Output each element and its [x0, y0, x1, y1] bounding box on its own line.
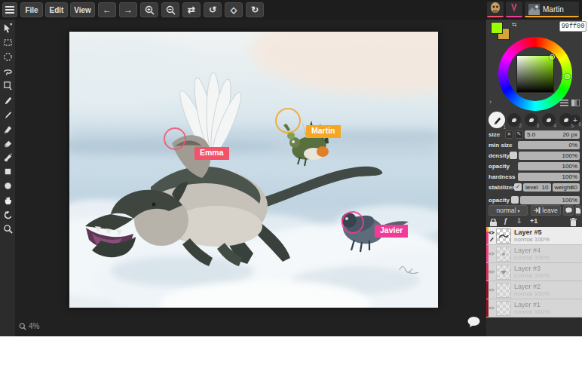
density-slider[interactable]: 100% [519, 152, 580, 160]
forward-button[interactable]: → [119, 2, 137, 17]
brush-slot-1[interactable]: 1 [488, 112, 505, 128]
layer-visibility-eye-icon[interactable] [488, 305, 495, 311]
zoom-in-button[interactable] [140, 2, 158, 17]
saturation-value-picker[interactable] [516, 55, 554, 93]
redo-button[interactable]: ↻ [246, 2, 264, 17]
opacity-label: opacity [488, 163, 516, 170]
eraser-tool-button[interactable] [1, 136, 14, 150]
user-avatar-2[interactable] [506, 2, 522, 17]
leave-label: leave [542, 207, 557, 214]
user-avatar-1[interactable] [487, 2, 504, 17]
layer-row-2[interactable]: Layer #2 normal 100% [486, 281, 582, 299]
layer-row-5[interactable]: Layer #5 normal 100% [486, 227, 582, 245]
stabilizer-checkbox[interactable]: ✓ [514, 183, 522, 191]
edit-menu[interactable]: Edit [45, 2, 68, 17]
chevron-down-icon: ▾ [517, 208, 519, 213]
marker-tool-button[interactable] [1, 121, 14, 136]
stabilizer-weight-slider[interactable]: weight 40 [553, 183, 580, 192]
color-list-mode-icon[interactable] [560, 100, 568, 106]
transform-tool-button[interactable] [1, 78, 14, 93]
layer-row-1[interactable]: Layer #1 normal 100% [486, 299, 582, 317]
hue-picker-dot[interactable] [565, 74, 570, 79]
ellipse-select-tool-button[interactable] [1, 50, 14, 64]
lasso-icon [3, 66, 13, 76]
layer-row-4[interactable]: Layer #4 normal 100% [486, 245, 582, 263]
round-brush-button[interactable] [1, 179, 14, 193]
flip-view-button[interactable]: ⇄ [182, 2, 201, 17]
layer-visibility-eye-icon[interactable] [488, 269, 495, 274]
rect-select-tool-button[interactable] [1, 35, 14, 50]
add-layer-button[interactable]: +1 [530, 217, 537, 225]
expand-color-panel-button[interactable]: › [489, 98, 492, 106]
move-tool-button[interactable] [1, 21, 14, 35]
size-reset-button[interactable]: ✕ [505, 130, 513, 139]
layer-name: Layer #2 [514, 283, 582, 290]
delete-layer-icon[interactable] [570, 218, 577, 226]
zoom-value: 4% [29, 322, 39, 330]
add-brush-slot-button[interactable]: + 6 [570, 115, 580, 125]
undo-button[interactable]: ↺ [204, 2, 222, 17]
current-user-chip[interactable]: Martin [525, 2, 579, 17]
layer-visibility-eye-icon[interactable] [488, 251, 495, 256]
density-checkbox[interactable] [510, 152, 517, 159]
brush-blob-icon [528, 116, 535, 124]
layer-visibility-eye-icon[interactable] [488, 230, 495, 235]
layer-visibility-eye-icon[interactable] [488, 287, 495, 293]
swap-colors-button[interactable]: ⇆ [512, 21, 517, 28]
zoom-tool-button[interactable] [1, 222, 14, 236]
airbrush-tool-button[interactable] [1, 150, 14, 164]
undo-tool-button[interactable] [1, 207, 14, 222]
drawing-canvas[interactable]: Emma Martin Javier [69, 32, 438, 308]
layer-info: normal 100% [514, 272, 582, 279]
comment-icon [565, 207, 572, 213]
layer-thumbnail [496, 265, 511, 280]
file-icon [576, 207, 580, 214]
merge-down-button[interactable]: ⇩ [516, 217, 522, 225]
reset-rotation-button[interactable]: ◇ [225, 2, 243, 17]
layer-opacity-checkbox[interactable] [511, 196, 519, 204]
back-button[interactable]: ← [98, 2, 116, 17]
magnifier-icon [3, 224, 13, 234]
layer-opacity-slider[interactable]: 100% [520, 196, 580, 204]
comments-button[interactable] [563, 205, 574, 216]
chat-button[interactable] [467, 317, 480, 330]
pen-tool-button[interactable] [1, 93, 14, 107]
export-button[interactable] [575, 205, 581, 216]
min-size-slider[interactable]: 0% [518, 141, 580, 149]
main-menu-button[interactable] [2, 2, 17, 17]
file-menu[interactable]: File [20, 2, 43, 17]
slot-number: 2 [519, 123, 522, 128]
color-swatch-mode-icon[interactable] [571, 100, 580, 106]
zoom-indicator[interactable]: 4% [19, 322, 39, 330]
hardness-slider[interactable]: 100% [518, 173, 580, 181]
user-1-color-bar [487, 16, 504, 17]
stabilizer-level-slider[interactable]: level 10 [523, 183, 551, 192]
move-icon [3, 23, 13, 33]
layer-name: Layer #5 [514, 228, 582, 236]
opacity-slider[interactable]: 100% [518, 162, 580, 170]
size-slider[interactable]: 5.0 20 px [525, 130, 580, 139]
view-menu[interactable]: View [70, 2, 95, 17]
lasso-tool-button[interactable] [1, 64, 14, 78]
current-user-avatar-icon [528, 4, 540, 15]
alpha-lock-button[interactable]: ƒ [504, 217, 507, 225]
primary-color-swatch[interactable] [491, 22, 503, 34]
brush-slot-4[interactable]: 4 [542, 113, 556, 127]
brush-slot-3[interactable]: 3 [525, 113, 538, 127]
pencil-tool-button[interactable] [1, 107, 14, 121]
square-brush-button[interactable] [1, 164, 14, 179]
brush-slot-2[interactable]: 2 [507, 113, 521, 127]
size-pressure-button[interactable]: ✎ [515, 130, 523, 139]
zoom-out-button[interactable] [161, 2, 179, 17]
layers-toolbar: ƒ ⇩ +1 [486, 217, 582, 227]
layer-row-3[interactable]: Layer #3 normal 100% [486, 263, 582, 281]
martin-cursor-label: Martin [306, 125, 341, 138]
lock-layer-icon[interactable] [490, 219, 497, 226]
blend-mode-dropdown[interactable]: normal ▾ [488, 205, 528, 216]
sv-picker-dot[interactable] [550, 54, 555, 60]
hex-color-field[interactable]: 99ff00 [559, 21, 586, 32]
hand-tool-button[interactable] [1, 193, 14, 207]
leave-session-button[interactable]: leave [531, 205, 561, 216]
layer-name: Layer #4 [514, 247, 582, 254]
layer-info: normal 100% [514, 308, 582, 315]
